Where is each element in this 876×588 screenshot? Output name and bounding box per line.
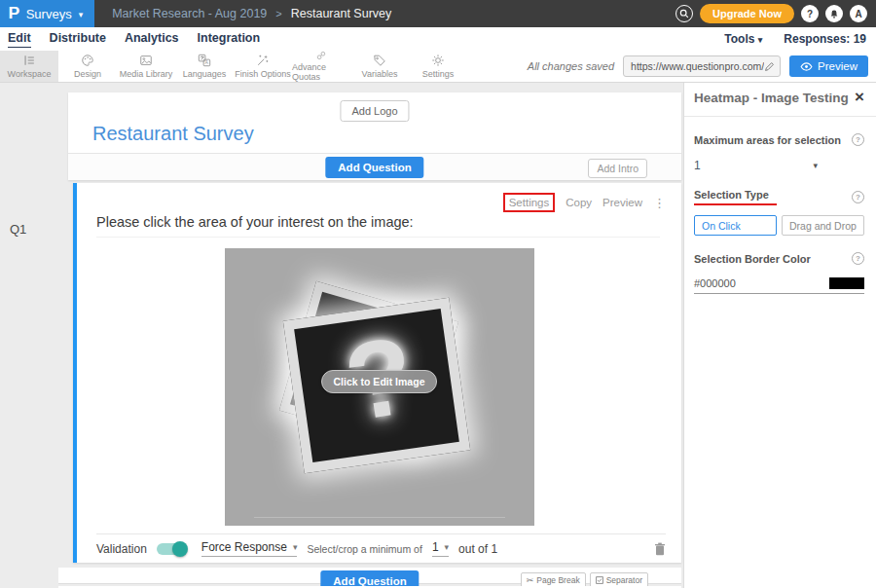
top-bar: P Surveys ▾ Market Research - Aug 2019 >… <box>0 0 876 27</box>
workspace-icon <box>22 54 36 67</box>
help-icon[interactable]: ? <box>852 191 864 203</box>
panel-title-row: Heatmap - Image Testing × <box>694 91 864 105</box>
panel-title: Heatmap - Image Testing <box>694 91 849 105</box>
breadcrumb-current: Restaurant Survey <box>291 7 392 20</box>
border-color-input[interactable]: #000000 <box>694 277 864 294</box>
edit-toolbar: Workspace Design Media Library A Languag… <box>0 51 876 83</box>
trash-icon <box>654 542 666 556</box>
preview-button[interactable]: Preview <box>789 55 868 77</box>
max-areas-select[interactable]: 1 ▾ <box>694 159 864 172</box>
tools-menu[interactable]: Tools ▾ <box>724 32 762 46</box>
search-button[interactable] <box>675 5 693 22</box>
breadcrumb-separator: > <box>275 8 281 19</box>
scissors-icon: ✂ <box>527 575 534 585</box>
toggle-knob <box>172 541 188 557</box>
responses-count: Responses: 19 <box>784 32 866 46</box>
add-question-bar: Add Question ✂ Page Break Separator <box>58 568 681 584</box>
border-color-label: Selection Border Color <box>694 253 811 265</box>
help-button[interactable]: ? <box>801 5 819 22</box>
question-actions: Settings Copy Preview ⋮ <box>503 193 666 212</box>
survey-url-field[interactable]: https://www.questionpro.com/t/APNrFZ <box>623 55 781 77</box>
add-logo-button[interactable]: Add Logo <box>340 100 409 122</box>
toolbar-item-finish-options[interactable]: Finish Options <box>234 51 292 82</box>
image-icon <box>139 54 153 67</box>
question-mark-icon: ? <box>807 9 813 19</box>
product-name: Surveys <box>26 7 72 21</box>
toolbar-item-workspace[interactable]: Workspace <box>0 51 58 82</box>
question-text-divider <box>96 237 660 238</box>
avatar-initial: A <box>855 9 861 19</box>
add-intro-button[interactable]: Add Intro <box>588 159 647 178</box>
chevron-down-icon: ▾ <box>758 35 763 45</box>
toolbar-item-languages[interactable]: A Languages <box>175 51 234 82</box>
chevron-down-icon: ▾ <box>813 161 818 170</box>
toolbar-right: All changes saved https://www.questionpr… <box>528 51 876 82</box>
avatar[interactable]: A <box>850 5 867 22</box>
tab-integration[interactable]: Integration <box>198 31 261 48</box>
question-settings-button[interactable]: Settings <box>503 193 556 212</box>
question-number-label: Q1 <box>10 222 26 237</box>
toolbar-item-advance-quotas[interactable]: Advance Quotas <box>292 51 350 82</box>
magic-wand-icon <box>256 54 270 67</box>
selection-type-label: Selection Type <box>694 189 777 205</box>
selection-type-field: Selection Type ? <box>694 189 864 205</box>
toolbar-item-variables[interactable]: Variables <box>350 51 409 82</box>
chevron-down-icon: ▾ <box>445 542 450 552</box>
questionpro-logo: P <box>8 5 19 22</box>
validation-type-dropdown[interactable]: Force Response ▾ <box>201 540 298 557</box>
question-card: Settings Copy Preview ⋮ Please click the… <box>73 183 681 563</box>
notifications-button[interactable] <box>825 5 843 22</box>
surveys-menu[interactable]: P Surveys ▾ <box>0 0 94 27</box>
chevron-down-icon: ▾ <box>293 542 298 552</box>
svg-text:A: A <box>205 59 209 65</box>
survey-title[interactable]: Restaurant Survey <box>92 123 254 145</box>
validation-toggle[interactable] <box>157 543 186 555</box>
bell-icon <box>829 9 839 19</box>
add-question-button[interactable]: Add Question <box>325 157 423 178</box>
palette-icon <box>81 54 94 67</box>
breadcrumb-parent[interactable]: Market Research - Aug 2019 <box>112 7 267 20</box>
validation-label: Validation <box>96 542 147 556</box>
max-areas-value: 1 <box>694 159 701 172</box>
minimum-value-dropdown[interactable]: 1 ▾ <box>432 540 449 557</box>
toolbar-item-settings[interactable]: Settings <box>409 51 467 82</box>
border-color-value: #000000 <box>694 277 736 289</box>
max-areas-field: Maximum areas for selection ? <box>694 133 864 146</box>
tab-analytics[interactable]: Analytics <box>125 31 179 48</box>
on-click-option[interactable]: On Click <box>694 215 777 236</box>
eye-icon <box>800 62 813 71</box>
tab-edit[interactable]: Edit <box>8 31 31 48</box>
section-nav: Edit Distribute Analytics Integration To… <box>0 27 876 51</box>
max-areas-label: Maximum areas for selection <box>694 134 841 146</box>
heatmap-image-placeholder[interactable]: ? Click to Edit Image <box>225 248 534 526</box>
validation-row: Validation Force Response ▾ Select/crop … <box>96 533 666 563</box>
pencil-icon[interactable] <box>764 61 775 72</box>
survey-header-card: Add Logo Restaurant Survey Add Question … <box>68 92 681 180</box>
question-preview-button[interactable]: Preview <box>602 197 642 208</box>
breadcrumb: Market Research - Aug 2019 > Restaurant … <box>112 7 391 20</box>
minimum-suffix-label: out of 1 <box>458 542 497 556</box>
drag-and-drop-option[interactable]: Drag and Drop <box>782 215 864 236</box>
toolbar-item-design[interactable]: Design <box>58 51 117 82</box>
help-icon[interactable]: ? <box>852 252 864 265</box>
tag-icon <box>373 54 386 67</box>
kebab-menu-icon[interactable]: ⋮ <box>653 197 666 209</box>
question-copy-button[interactable]: Copy <box>566 197 592 208</box>
delete-question-button[interactable] <box>654 542 666 556</box>
autosave-status: All changes saved <box>528 60 614 72</box>
color-swatch[interactable] <box>829 277 864 289</box>
translate-icon: A <box>198 54 211 67</box>
toolbar-item-media-library[interactable]: Media Library <box>117 51 175 82</box>
click-to-edit-image-button[interactable]: Click to Edit Image <box>321 370 438 393</box>
tab-distribute[interactable]: Distribute <box>50 31 106 48</box>
minimum-prefix-label: Select/crop a minimum of <box>307 543 421 555</box>
close-icon[interactable]: × <box>855 91 864 103</box>
upgrade-now-button[interactable]: Upgrade Now <box>700 4 794 23</box>
checkbox-icon <box>596 576 603 584</box>
question-settings-panel: Heatmap - Image Testing × Maximum areas … <box>683 83 876 588</box>
survey-url-value: https://www.questionpro.com/t/APNrFZ <box>631 60 764 72</box>
placeholder-divider <box>254 517 505 518</box>
question-text[interactable]: Please click the area of your interest o… <box>96 214 414 230</box>
search-icon <box>679 9 689 18</box>
help-icon[interactable]: ? <box>852 133 864 146</box>
